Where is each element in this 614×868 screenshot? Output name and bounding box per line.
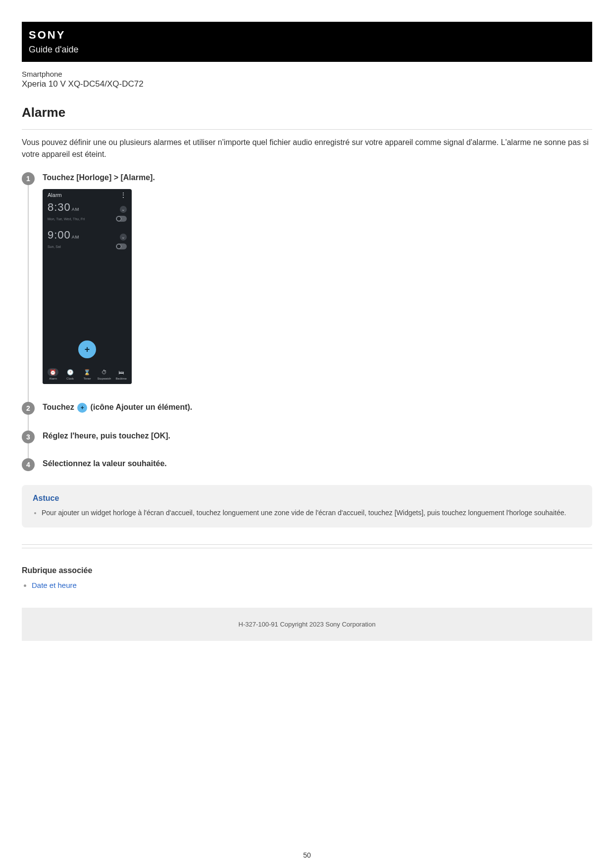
section-divider <box>22 548 592 548</box>
related-link[interactable]: Date et heure <box>32 581 77 589</box>
alarm-ampm: AM <box>72 235 80 240</box>
step-text: Sélectionnez la valeur souhaitée. <box>43 458 592 468</box>
brand-logo: SONY <box>29 29 585 42</box>
add-alarm-fab[interactable]: + <box>78 340 96 358</box>
intro-paragraph: Vous pouvez définir une ou plusieurs ala… <box>22 137 592 160</box>
step-2: 2 Touchez + (icône Ajouter un élément). <box>22 402 592 431</box>
tip-item: Pour ajouter un widget horloge à l'écran… <box>42 508 581 518</box>
alarm-days: Mon, Tue, Wed, Thu, Fri <box>48 217 85 221</box>
related-section: Rubrique associée Date et heure <box>22 566 592 590</box>
clock-icon: 🕑 <box>67 369 74 376</box>
step-text-before: Touchez <box>43 403 76 411</box>
title-divider <box>22 129 592 130</box>
tip-title: Astuce <box>33 494 581 503</box>
header-bar: SONY Guide d'aide <box>22 22 592 62</box>
guide-label: Guide d'aide <box>29 45 585 55</box>
product-category: Smartphone <box>22 70 592 78</box>
page-number: 50 <box>0 851 614 859</box>
bedtime-icon: 🛏 <box>118 369 124 375</box>
steps-list: 1 Touchez [Horloge] > [Alarme]. Alarm ⋮ … <box>22 172 592 473</box>
alarm-row[interactable]: 9:00AM ⌄ Sun, Sat <box>43 226 132 253</box>
alarm-time: 8:30AM <box>48 201 79 214</box>
section-divider <box>22 544 592 545</box>
step-text: Réglez l'heure, puis touchez [OK]. <box>43 431 592 440</box>
step-badge: 1 <box>22 172 35 185</box>
tip-list: Pour ajouter un widget horloge à l'écran… <box>33 508 581 518</box>
more-icon[interactable]: ⋮ <box>120 193 127 197</box>
tab-timer[interactable]: ⌛ Timer <box>79 368 96 380</box>
page-title: Alarme <box>22 105 592 120</box>
footer-copyright: H-327-100-91 Copyright 2023 Sony Corpora… <box>22 608 592 641</box>
alarm-toggle[interactable] <box>116 216 127 222</box>
stopwatch-icon: ⏱ <box>102 369 107 375</box>
tab-label: Stopwatch <box>96 377 112 380</box>
step-3: 3 Réglez l'heure, puis touchez [OK]. <box>22 431 592 458</box>
step-badge: 4 <box>22 458 35 471</box>
alarm-row[interactable]: 8:30AM ⌄ Mon, Tue, Wed, Thu, Fri <box>43 198 132 226</box>
phone-screenshot: Alarm ⋮ 8:30AM ⌄ Mon, Tue, Wed, Thu, Fri <box>43 189 132 384</box>
tab-bedtime[interactable]: 🛏 Bedtime <box>113 368 130 380</box>
tab-label: Bedtime <box>113 377 130 380</box>
step-text-after: (icône Ajouter un élément). <box>88 403 192 411</box>
tab-label: Timer <box>79 377 96 380</box>
tab-label: Clock <box>61 377 78 380</box>
step-badge: 2 <box>22 402 35 415</box>
alarm-icon: ⏰ <box>50 369 56 376</box>
add-icon: + <box>77 403 87 413</box>
step-1: 1 Touchez [Horloge] > [Alarme]. Alarm ⋮ … <box>22 172 592 402</box>
step-badge: 3 <box>22 431 35 443</box>
tab-clock[interactable]: 🕑 Clock <box>61 368 78 380</box>
tip-box: Astuce Pour ajouter un widget horloge à … <box>22 485 592 528</box>
tab-stopwatch[interactable]: ⏱ Stopwatch <box>96 368 112 380</box>
timer-icon: ⌛ <box>84 369 91 376</box>
alarm-time-value: 9:00 <box>48 229 71 241</box>
chevron-down-icon[interactable]: ⌄ <box>120 206 127 213</box>
alarm-time: 9:00AM <box>48 229 79 241</box>
alarm-days: Sun, Sat <box>48 245 61 248</box>
step-text: Touchez + (icône Ajouter un élément). <box>43 402 592 413</box>
alarm-toggle[interactable] <box>116 243 127 249</box>
related-title: Rubrique associée <box>22 566 592 575</box>
chevron-down-icon[interactable]: ⌄ <box>120 234 127 241</box>
alarm-time-value: 8:30 <box>48 201 71 213</box>
product-model: Xperia 10 V XQ-DC54/XQ-DC72 <box>22 79 592 89</box>
phone-titlebar: Alarm ⋮ <box>43 189 132 198</box>
tab-alarm[interactable]: ⏰ Alarm <box>45 368 61 380</box>
alarm-ampm: AM <box>72 207 80 212</box>
phone-screen-title: Alarm <box>48 192 62 198</box>
phone-bottom-nav: ⏰ Alarm 🕑 Clock ⌛ Timer ⏱ Stopwatch <box>43 364 132 384</box>
step-4: 4 Sélectionnez la valeur souhaitée. <box>22 458 592 473</box>
related-item: Date et heure <box>32 581 592 590</box>
step-text: Touchez [Horloge] > [Alarme]. <box>43 172 592 182</box>
tab-label: Alarm <box>45 377 61 380</box>
